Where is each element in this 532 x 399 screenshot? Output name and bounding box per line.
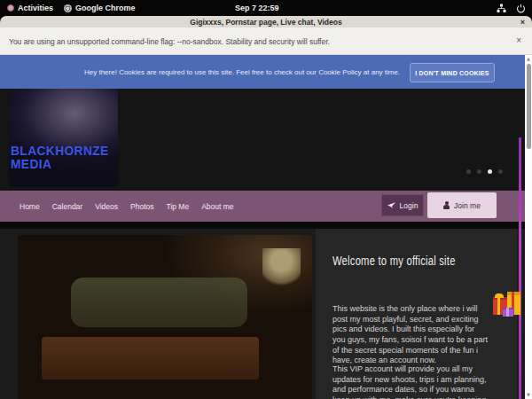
network-indicator[interactable] — [497, 0, 506, 16]
welcome-paragraph-2: This VIP account will provide you all my… — [332, 364, 489, 399]
header-banner-photo — [9, 89, 118, 187]
main-nav: Home Calendar Videos Photos Tip Me About… — [0, 191, 525, 222]
photo-couch-shape — [71, 278, 247, 327]
carousel-dot[interactable] — [466, 169, 471, 174]
photo-table-shape — [42, 337, 260, 379]
activities-icon — [7, 4, 14, 12]
window-title: Gigixxxs, Pornstar page, Live chat, Vide… — [190, 18, 341, 27]
welcome-panel: Welcome to my official site This website… — [316, 229, 517, 399]
page-edge-accent — [519, 137, 521, 399]
join-label: Join me — [454, 201, 481, 210]
logo-line-1: BLACKHORNZE — [11, 144, 109, 157]
main-content: Welcome to my official site This website… — [0, 229, 525, 399]
nav-item-photos[interactable]: Photos — [130, 202, 153, 211]
nav-item-tip-me[interactable]: Tip Me — [167, 202, 190, 211]
window-close-icon[interactable]: × — [520, 16, 525, 27]
nav-item-videos[interactable]: Videos — [95, 202, 118, 211]
welcome-heading: Welcome to my official site — [332, 254, 456, 268]
chrome-infobar: You are using an unsupported command-lin… — [0, 27, 532, 55]
cookie-message: Hey there! Cookies are required to use t… — [84, 68, 400, 76]
logo-line-2: MEDIA — [11, 157, 109, 170]
clock[interactable]: Sep 7 22:59 — [235, 0, 279, 16]
carousel-dot[interactable] — [477, 169, 481, 174]
carousel-dot-active[interactable] — [488, 169, 492, 174]
window-titlebar[interactable]: Gigixxxs, Pornstar page, Live chat, Vide… — [0, 16, 532, 27]
app-menu[interactable]: Google Chrome — [64, 0, 136, 16]
page-viewport: Hey there! Cookies are required to use t… — [0, 55, 532, 399]
gnome-top-bar: Activities Google Chrome Sep 7 22:59 — [0, 0, 532, 16]
welcome-paragraph-1: This website is the only place where i w… — [332, 304, 489, 366]
cookie-consent-bar: Hey there! Cookies are required to use t… — [0, 55, 525, 89]
scrollbar-thumb[interactable] — [527, 64, 531, 149]
join-me-button[interactable]: Join me — [427, 192, 497, 218]
gift-widget[interactable] — [493, 288, 525, 318]
carousel-dots — [466, 169, 503, 174]
infobar-close-icon[interactable]: × — [516, 35, 521, 45]
power-indicator[interactable] — [516, 0, 526, 16]
network-tree-icon — [497, 4, 506, 13]
send-icon — [387, 202, 396, 209]
activities-button[interactable]: Activities — [7, 0, 53, 16]
power-icon — [516, 4, 526, 13]
site-logo[interactable]: BLACKHORNZE MEDIA — [11, 144, 109, 170]
gift-box-purple-icon — [503, 308, 513, 317]
scroll-down-icon[interactable]: ▼ — [525, 392, 532, 397]
cookie-accept-button[interactable]: I DON'T MIND COOKIES — [410, 63, 495, 82]
nav-item-home[interactable]: Home — [20, 202, 40, 211]
infobar-message: You are using an unsupported command-lin… — [9, 37, 330, 46]
login-button[interactable]: Login — [381, 194, 424, 216]
chrome-icon — [64, 4, 72, 12]
nav-item-about-me[interactable]: About me — [201, 202, 233, 211]
site-header: BLACKHORNZE MEDIA — [0, 89, 525, 191]
nav-item-calendar[interactable]: Calendar — [52, 202, 83, 211]
photo-lamp-shape — [262, 248, 301, 291]
browser-scrollbar[interactable]: ▲ ▼ — [525, 55, 532, 399]
app-menu-label: Google Chrome — [75, 4, 136, 12]
carousel-dot[interactable] — [498, 169, 503, 174]
login-label: Login — [400, 201, 419, 210]
featured-photo — [18, 235, 312, 399]
person-icon — [443, 201, 450, 209]
activities-label: Activities — [18, 4, 53, 12]
scroll-up-icon[interactable]: ▲ — [525, 56, 532, 61]
